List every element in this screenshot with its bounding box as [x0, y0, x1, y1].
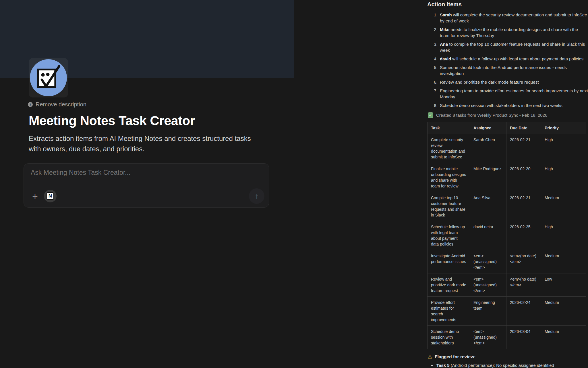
remove-description-button[interactable]: i Remove description: [28, 101, 86, 108]
flagged-for-review-heading: ⚠ Flagged for review:: [428, 354, 588, 359]
response-panel: Action Items Sarah will complete the sec…: [427, 1, 588, 368]
warning-icon: ⚠: [428, 354, 432, 359]
page-description[interactable]: Extracts action items from AI Meeting No…: [29, 133, 261, 154]
composer-toolbar: + N ↑: [30, 188, 264, 204]
app-window: i Remove description Meeting Notes Task …: [0, 0, 588, 368]
composer-input[interactable]: [31, 169, 255, 177]
notion-source-button[interactable]: N: [44, 190, 57, 202]
action-item: Ana to compile the top 10 customer featu…: [439, 41, 588, 53]
composer-card: + N ↑: [24, 163, 269, 208]
plus-icon: +: [32, 191, 38, 201]
action-item: Mike needs to finalize the mobile onboar…: [439, 26, 588, 39]
table-row: Schedule follow-up with legal team about…: [428, 221, 586, 250]
action-item: david will schedule a follow-up with leg…: [439, 56, 588, 62]
table-header-row: Task Assignee Due Date Priority: [428, 122, 586, 134]
table-row: Review and prioritize dark mode feature …: [428, 273, 586, 297]
action-item: Review and prioritize the dark mode feat…: [439, 79, 588, 85]
column-header-assignee: Assignee: [470, 122, 506, 134]
tasks-table: Task Assignee Due Date Priority Complete…: [427, 122, 586, 349]
table-row: Compile top 10 customer feature requests…: [428, 192, 586, 221]
arrow-up-icon: ↑: [255, 192, 259, 201]
notion-logo-icon: N: [47, 192, 54, 200]
column-header-task: Task: [428, 122, 470, 134]
column-header-priority: Priority: [541, 122, 586, 134]
green-check-icon: ✓: [428, 112, 433, 118]
action-item: Someone should look into the Android per…: [439, 64, 588, 76]
action-item: Schedule demo session with stakeholders …: [439, 102, 588, 108]
table-row: Finalize mobile onboarding designs and s…: [428, 163, 586, 192]
table-row: Complete security review documentation a…: [428, 134, 586, 163]
page-title[interactable]: Meeting Notes Task Creator: [29, 113, 195, 128]
attach-plus-button[interactable]: +: [30, 191, 40, 201]
table-row: Provide effort estimates for search impr…: [428, 297, 586, 326]
action-item: Engineering team to provide effort estim…: [439, 88, 588, 100]
table-row: Investigate Android performance issues <…: [428, 250, 586, 273]
flagged-list: Task 5 (Android performance): No specifi…: [427, 362, 588, 368]
tasks-created-status: ✓ Created 8 tasks from Weekly Product Sy…: [428, 112, 588, 118]
send-button[interactable]: ↑: [249, 188, 264, 204]
action-items-heading: Action Items: [427, 1, 588, 8]
table-row: Schedule demo session with stakeholders …: [428, 326, 586, 349]
info-icon: i: [28, 102, 33, 107]
column-header-due-date: Due Date: [506, 122, 541, 134]
action-items-list: Sarah will complete the security review …: [427, 12, 588, 108]
status-text: Created 8 tasks from Weekly Product Sync…: [436, 113, 547, 118]
remove-description-label: Remove description: [36, 101, 86, 108]
agent-avatar[interactable]: [29, 58, 68, 97]
flagged-item: Task 5 (Android performance): No specifi…: [436, 362, 588, 368]
action-item: Sarah will complete the security review …: [439, 12, 588, 24]
checkbox-task-icon: [30, 59, 67, 97]
